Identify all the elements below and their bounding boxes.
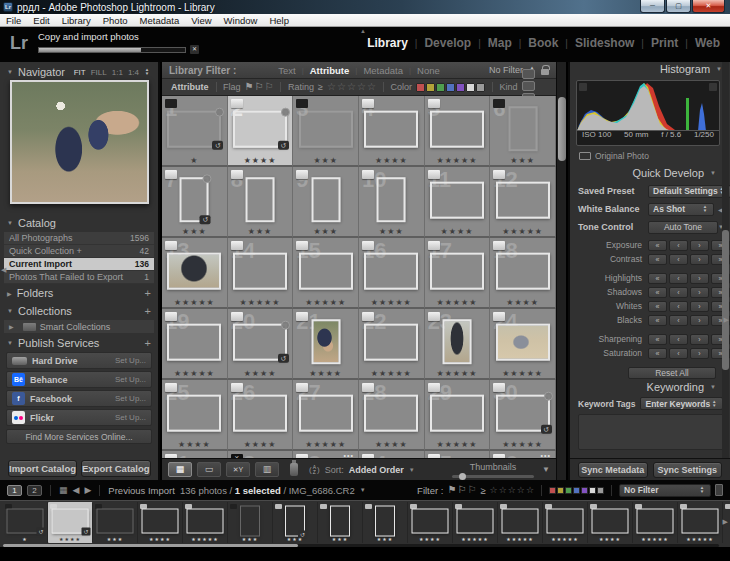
star-rating[interactable]: ★★★★ (425, 227, 490, 236)
filmstrip-scrollbar[interactable] (3, 544, 719, 547)
keyword-entry-box[interactable] (578, 414, 724, 450)
publish-service-facebook[interactable]: fFacebookSet Up... (6, 390, 152, 407)
crop-badge-icon[interactable]: ↺ (278, 353, 289, 362)
menu-photo[interactable]: Photo (97, 14, 134, 27)
keyword-tags-select[interactable]: Enter Keywords ▲▼ (640, 397, 723, 410)
maximize-button[interactable]: ▢ (666, 0, 691, 13)
qd-step-button[interactable]: › (690, 240, 709, 251)
grid-cell[interactable]: 8★★★ (228, 167, 294, 238)
grid-cell[interactable]: 6★★★ (490, 96, 556, 167)
filmstrip-thumb[interactable]: ★★★★★ (183, 502, 228, 543)
photo-thumbnail[interactable] (364, 394, 418, 431)
star-icon[interactable]: ☆ (327, 82, 336, 92)
quick-collection-badge-icon[interactable] (215, 107, 224, 116)
highlight-clipping-icon[interactable] (709, 83, 717, 91)
service-setup-link[interactable]: Set Up... (115, 375, 146, 384)
filter-tab-text[interactable]: Text (278, 65, 295, 76)
module-map[interactable]: Map (488, 36, 512, 50)
qd-step-button[interactable]: ‹ (669, 240, 688, 251)
filmstrip-thumb[interactable]: ★★★★★ (678, 502, 723, 543)
color-swatch[interactable] (416, 83, 425, 92)
qd-step-button[interactable]: « (648, 334, 667, 345)
sync-settings-button[interactable]: Sync Settings (653, 462, 723, 478)
star-rating[interactable]: ★★★★★ (490, 440, 555, 449)
grid-scrollbar[interactable] (556, 62, 566, 480)
flag-icon[interactable] (362, 383, 374, 392)
color-swatch[interactable] (597, 487, 604, 494)
star-rating[interactable]: ★★★ (293, 227, 358, 236)
grid-cell[interactable]: 19★★★★★ (162, 309, 228, 380)
star-icon[interactable]: ☆ (490, 485, 498, 495)
catalog-item-current-import[interactable]: Current Import136 (4, 258, 154, 271)
grid-view-icon[interactable]: ▦ (59, 485, 68, 495)
photo-thumbnail[interactable] (364, 323, 418, 360)
color-swatch[interactable] (456, 83, 465, 92)
photo-thumbnail[interactable] (167, 323, 221, 360)
collections-header[interactable]: ▼ Collections + (0, 304, 158, 318)
grid-cell[interactable]: 28★★★★ (359, 380, 425, 451)
grid-cell[interactable]: 9★★★ (293, 167, 359, 238)
top-panel-collapse-icon[interactable]: ▲ (360, 28, 366, 34)
qd-step-button[interactable]: ‹ (669, 334, 688, 345)
source-caret-icon[interactable]: ▼ (360, 487, 366, 493)
color-swatch[interactable] (446, 83, 455, 92)
flag-icon[interactable] (165, 241, 177, 250)
photo-thumbnail[interactable] (167, 394, 221, 431)
grid-cell[interactable]: 26★★★★ (228, 380, 294, 451)
smart-collections-item[interactable]: ▶ Smart Collections (4, 320, 154, 333)
main-window-button[interactable]: 1 (7, 485, 22, 496)
service-setup-link[interactable]: Set Up... (115, 356, 146, 365)
grid-cell[interactable]: 32✕ (228, 451, 294, 458)
color-swatch[interactable] (557, 487, 564, 494)
grid-scrollbar-thumb[interactable] (558, 97, 566, 161)
grid-cell[interactable]: 12★★★★★ (490, 167, 556, 238)
menu-file[interactable]: File (0, 14, 27, 27)
sync-metadata-button[interactable]: Sync Metadata (578, 462, 648, 478)
flag-reject-icon[interactable]: ⚐ (265, 82, 274, 92)
star-icon[interactable]: ☆ (499, 485, 507, 495)
star-icon[interactable]: ☆ (517, 485, 525, 495)
filmstrip-thumb[interactable]: ★★★★★ (453, 502, 498, 543)
photo-thumbnail[interactable]: ↺ (233, 323, 287, 360)
grid-cell[interactable]: 11★★★★ (425, 167, 491, 238)
qd-step-button[interactable]: ‹ (669, 273, 688, 284)
grid-cell[interactable]: 24★★★★★ (490, 309, 556, 380)
star-rating[interactable]: ★★★★★ (162, 298, 227, 307)
flag-pick-icon[interactable]: ⚑ (245, 82, 254, 92)
keywording-header[interactable]: Keywording ▼ (570, 380, 724, 394)
quick-collection-badge-icon[interactable] (281, 107, 290, 116)
photo-thumbnail[interactable] (299, 110, 353, 147)
filter-tab-metadata[interactable]: Metadata (363, 65, 403, 76)
grid-cell[interactable]: 30↺★★★★★ (490, 380, 556, 451)
photo-thumbnail[interactable] (233, 252, 287, 289)
add-collection-icon[interactable]: + (145, 306, 151, 316)
filmstrip-scroll-right-icon[interactable]: ▶ (723, 518, 728, 525)
back-arrow-icon[interactable]: ◀ (73, 485, 80, 495)
grid-cell[interactable]: 20↺★★★★ (228, 309, 294, 380)
star-rating[interactable]: ★★★ (293, 156, 358, 165)
grid-cell[interactable]: 34 (359, 451, 425, 458)
filmstrip-thumb[interactable]: ★★★ (93, 502, 138, 543)
photo-thumbnail[interactable]: ↺ (233, 110, 287, 147)
grid-cell[interactable]: 23★★★★★ (425, 309, 491, 380)
crop-badge-icon[interactable]: ↺ (541, 424, 552, 433)
color-swatch[interactable] (589, 487, 596, 494)
flag-icon[interactable] (165, 170, 177, 179)
star-rating[interactable]: ★★★★★ (293, 440, 358, 449)
flag-icon[interactable] (362, 241, 374, 250)
color-swatch[interactable] (565, 487, 572, 494)
grid-cell[interactable]: 35 (425, 451, 491, 458)
grid-cell[interactable]: 21★★★★ (293, 309, 359, 380)
color-swatch[interactable] (426, 83, 435, 92)
photo-thumbnail[interactable] (245, 177, 274, 222)
flag-icon[interactable] (296, 312, 308, 321)
right-panel-collapse-icon[interactable]: ▶ (724, 316, 729, 323)
quick-collection-badge-icon[interactable] (544, 391, 553, 400)
quick-collection-badge-icon[interactable] (203, 174, 212, 183)
module-slideshow[interactable]: Slideshow (575, 36, 634, 50)
kind-filter-icon[interactable] (522, 69, 535, 79)
service-setup-link[interactable]: Set Up... (115, 413, 146, 422)
kind-filter-icon[interactable] (522, 81, 535, 91)
qd-step-button[interactable]: › (690, 273, 709, 284)
qd-step-button[interactable]: « (648, 240, 667, 251)
